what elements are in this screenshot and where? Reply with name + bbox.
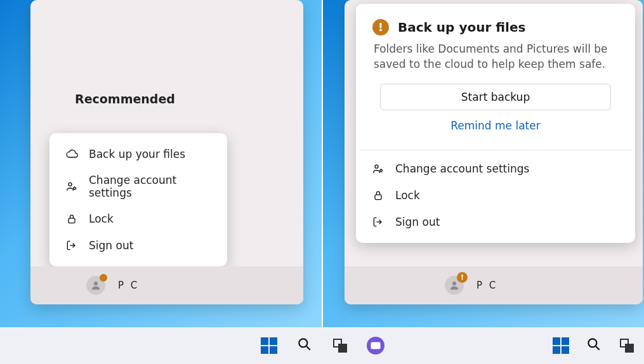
menu-item-label: Sign out — [395, 216, 440, 228]
task-view-icon — [333, 339, 347, 353]
svg-point-10 — [372, 345, 374, 347]
task-view-icon — [620, 339, 634, 353]
lock-icon — [371, 188, 385, 202]
svg-point-5 — [380, 169, 382, 171]
svg-point-7 — [452, 282, 456, 285]
start-menu-card: Recommended dows Back up your files Chan… — [30, 0, 303, 304]
backup-prompt: ! Back up your files Folders like Docume… — [360, 15, 631, 145]
username-label: P C — [476, 280, 497, 291]
menu-item-backup[interactable]: Back up your files — [53, 141, 223, 167]
signout-icon — [371, 215, 385, 229]
task-view-button[interactable] — [331, 336, 350, 355]
user-avatar-button[interactable]: ! — [445, 276, 464, 295]
start-menu-card: ! Back up your files Folders like Docume… — [345, 0, 643, 304]
backup-description: Folders like Documents and Pictures will… — [374, 42, 617, 72]
search-icon — [296, 336, 313, 355]
start-menu-footer: ! P C — [345, 266, 643, 304]
search-button[interactable] — [584, 336, 603, 355]
svg-rect-6 — [375, 195, 381, 200]
menu-item-label: Lock — [89, 212, 114, 225]
account-gear-icon — [371, 162, 385, 176]
alert-icon: ! — [372, 19, 389, 36]
menu-item-label: Lock — [395, 189, 420, 202]
menu-item-lock[interactable]: Lock — [360, 182, 631, 209]
start-menu-footer: P C — [30, 266, 303, 304]
lock-icon — [65, 212, 79, 226]
remind-later-link[interactable]: Remind me later — [372, 110, 619, 136]
cloud-icon — [65, 147, 79, 161]
notification-alert-icon: ! — [457, 272, 468, 283]
svg-point-0 — [69, 183, 72, 186]
menu-item-label: Sign out — [89, 239, 133, 252]
menu-item-label: Change account settings — [89, 174, 212, 199]
windows-logo-icon — [553, 337, 569, 354]
signout-icon — [65, 238, 79, 252]
user-power-menu-expanded: ! Back up your files Folders like Docume… — [356, 4, 635, 243]
backup-title: Back up your files — [398, 20, 525, 35]
account-gear-icon — [65, 179, 79, 193]
menu-item-account-settings[interactable]: Change account settings — [53, 167, 223, 205]
chat-icon — [367, 337, 384, 354]
taskbar — [0, 327, 644, 364]
username-label: P C — [118, 280, 139, 291]
menu-item-lock[interactable]: Lock — [53, 205, 223, 232]
svg-point-4 — [375, 165, 378, 168]
start-backup-button[interactable]: Start backup — [380, 84, 612, 110]
user-power-menu: Back up your files Change account settin… — [49, 133, 227, 266]
svg-point-8 — [299, 339, 307, 347]
menu-item-signout[interactable]: Sign out — [53, 232, 223, 259]
recommended-heading: Recommended — [75, 92, 175, 106]
svg-point-11 — [376, 345, 378, 347]
svg-point-1 — [74, 187, 76, 189]
start-button[interactable] — [551, 336, 570, 355]
menu-item-signout[interactable]: Sign out — [360, 209, 631, 235]
menu-item-label: Back up your files — [89, 148, 185, 160]
start-button[interactable] — [260, 336, 279, 355]
notification-dot-icon — [100, 274, 107, 282]
chat-button[interactable] — [366, 336, 385, 355]
svg-rect-2 — [69, 218, 75, 223]
svg-point-3 — [94, 282, 98, 285]
svg-point-12 — [588, 339, 596, 347]
windows-logo-icon — [261, 337, 277, 354]
taskbar-right-cluster — [551, 327, 636, 364]
user-avatar-button[interactable] — [86, 276, 105, 295]
menu-item-label: Change account settings — [395, 162, 529, 175]
svg-rect-9 — [371, 342, 380, 349]
search-icon — [586, 336, 602, 355]
pane-right: ! Back up your files Folders like Docume… — [323, 0, 644, 327]
search-button[interactable] — [295, 336, 314, 355]
menu-item-account-settings[interactable]: Change account settings — [360, 155, 631, 182]
task-view-button[interactable] — [617, 336, 636, 355]
menu-divider — [360, 150, 631, 150]
pane-left: Recommended dows Back up your files Chan… — [0, 0, 322, 327]
